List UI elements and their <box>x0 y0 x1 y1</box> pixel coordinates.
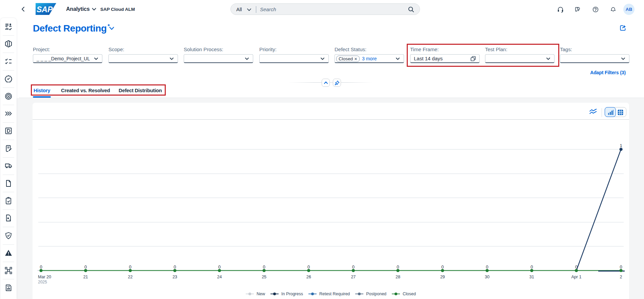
svg-text:26: 26 <box>306 275 311 279</box>
svg-text:0: 0 <box>263 264 265 270</box>
svg-text:0: 0 <box>441 264 444 270</box>
svg-text:2: 2 <box>620 275 622 279</box>
svg-text:SAP: SAP <box>37 5 53 14</box>
svg-text:2025: 2025 <box>38 280 47 284</box>
svg-text:0: 0 <box>352 264 355 270</box>
svg-text:30: 30 <box>485 275 489 279</box>
svg-text:24: 24 <box>217 275 222 279</box>
svg-text:0: 0 <box>40 264 42 270</box>
svg-text:27: 27 <box>351 275 356 279</box>
svg-text:0: 0 <box>620 264 622 270</box>
svg-text:25: 25 <box>262 275 266 279</box>
svg-text:0: 0 <box>174 264 176 270</box>
svg-text:0: 0 <box>397 264 399 270</box>
svg-text:0: 0 <box>307 264 310 270</box>
svg-text:23: 23 <box>173 275 177 279</box>
svg-text:1: 1 <box>620 143 622 148</box>
svg-text:Mar 20: Mar 20 <box>38 275 51 279</box>
svg-text:Apr 1: Apr 1 <box>571 275 581 279</box>
svg-text:22: 22 <box>128 275 133 279</box>
svg-text:28: 28 <box>396 275 400 279</box>
svg-text:21: 21 <box>83 275 88 279</box>
svg-text:0: 0 <box>486 264 488 270</box>
svg-text:0: 0 <box>218 264 221 270</box>
svg-text:0: 0 <box>84 264 87 270</box>
svg-text:31: 31 <box>529 275 534 279</box>
svg-text:29: 29 <box>440 275 445 279</box>
svg-text:0: 0 <box>129 264 132 270</box>
svg-text:0: 0 <box>530 264 533 270</box>
